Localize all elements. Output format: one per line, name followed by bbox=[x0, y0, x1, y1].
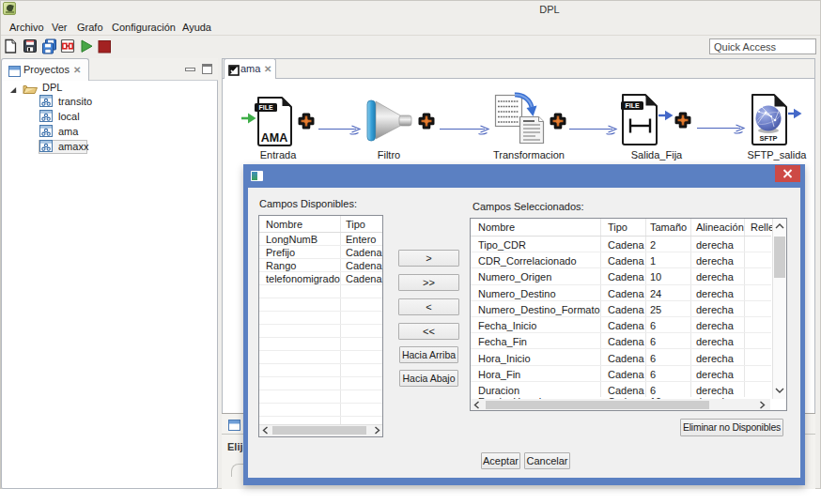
svg-text:Salida_Fija: Salida_Fija bbox=[631, 149, 683, 160]
svg-text:Transformacion: Transformacion bbox=[493, 149, 565, 160]
svg-text:SFTP: SFTP bbox=[759, 134, 777, 143]
svg-text:FILE: FILE bbox=[625, 102, 639, 109]
svg-text:AMA: AMA bbox=[261, 131, 287, 145]
svg-text:FILE: FILE bbox=[258, 104, 272, 111]
svg-text:Filtro: Filtro bbox=[378, 149, 400, 160]
svg-text:SFTP_salida: SFTP_salida bbox=[748, 149, 808, 160]
svg-text:Entrada: Entrada bbox=[260, 149, 297, 160]
